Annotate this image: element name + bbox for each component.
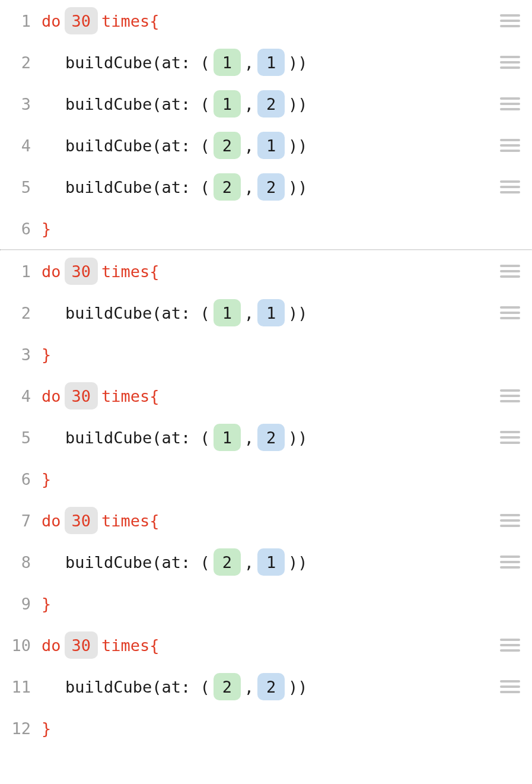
loop-count-pill[interactable]: 30 [65,507,98,534]
call-prefix: buildCube(at: ( [65,178,210,196]
line-number: 1 [0,12,42,30]
drag-handle-icon[interactable] [500,14,520,27]
drag-handle-icon[interactable] [500,97,520,110]
keyword-do: do [42,12,61,30]
code-line[interactable]: 5 buildCube(at: ( 2 , 2 )) [0,166,532,208]
code-line[interactable]: 2 buildCube(at: ( 1 , 1 )) [0,292,532,334]
code-content: buildCube(at: ( 1 , 2 )) [42,424,532,451]
drag-handle-icon[interactable] [500,180,520,193]
coord-x-pill[interactable]: 1 [214,90,241,118]
keyword-do: do [42,262,61,281]
coord-x-pill[interactable]: 2 [214,173,241,201]
drag-handle-icon[interactable] [500,639,520,652]
keyword-times: times{ [101,12,160,30]
line-number: 4 [0,137,42,155]
coord-y-pill[interactable]: 2 [257,90,285,118]
code-line[interactable]: 1 do 30 times{ [0,0,532,42]
line-number: 6 [0,470,42,488]
drag-handle-icon[interactable] [500,556,520,569]
code-content: do 30 times{ [42,631,532,659]
keyword-times: times{ [101,636,160,655]
loop-count-pill[interactable]: 30 [65,382,98,410]
call-suffix: )) [288,95,308,113]
coord-y-pill[interactable]: 1 [257,49,285,76]
code-line[interactable]: 9 } [0,583,532,624]
drag-handle-icon[interactable] [500,139,520,152]
drag-handle-icon[interactable] [500,431,520,444]
keyword-do: do [42,387,61,405]
code-line[interactable]: 3 buildCube(at: ( 1 , 2 )) [0,83,532,125]
keyword-close-brace: } [42,220,51,238]
code-panel-bottom: 1 do 30 times{ 2 buildCube(at: ( 1 , 1 )… [0,250,532,749]
drag-handle-icon[interactable] [500,56,520,69]
coord-y-pill[interactable]: 2 [257,673,285,700]
call-suffix: )) [288,178,308,196]
coord-y-pill[interactable]: 1 [257,132,285,159]
code-line[interactable]: 5 buildCube(at: ( 1 , 2 )) [0,417,532,458]
line-number: 2 [0,304,42,322]
line-number: 8 [0,553,42,572]
comma: , [244,428,254,447]
keyword-do: do [42,512,61,530]
coord-x-pill[interactable]: 1 [214,299,241,326]
code-line[interactable]: 10 do 30 times{ [0,624,532,666]
coord-x-pill[interactable]: 2 [214,548,241,576]
code-content: do 30 times{ [42,7,532,34]
line-number: 10 [0,636,42,655]
code-line[interactable]: 8 buildCube(at: ( 2 , 1 )) [0,541,532,583]
line-number: 3 [0,95,42,113]
coord-x-pill[interactable]: 2 [214,673,241,700]
coord-x-pill[interactable]: 2 [214,132,241,159]
code-line[interactable]: 7 do 30 times{ [0,500,532,541]
line-number: 1 [0,262,42,281]
call-prefix: buildCube(at: ( [65,428,210,447]
loop-count-pill[interactable]: 30 [65,258,98,285]
loop-count-pill[interactable]: 30 [65,631,98,659]
code-line[interactable]: 1 do 30 times{ [0,250,532,292]
coord-y-pill[interactable]: 1 [257,299,285,326]
drag-handle-icon[interactable] [500,265,520,278]
keyword-close-brace: } [42,470,51,488]
coord-x-pill[interactable]: 1 [214,49,241,76]
coord-y-pill[interactable]: 1 [257,548,285,576]
code-content: buildCube(at: ( 2 , 2 )) [42,673,532,700]
code-line[interactable]: 6 } [0,208,532,249]
code-line[interactable]: 6 } [0,458,532,500]
comma: , [244,53,254,72]
coord-x-pill[interactable]: 1 [214,424,241,451]
drag-handle-icon[interactable] [500,514,520,527]
coord-y-pill[interactable]: 2 [257,424,285,451]
comma: , [244,553,254,572]
call-prefix: buildCube(at: ( [65,304,210,322]
call-prefix: buildCube(at: ( [65,53,210,72]
comma: , [244,95,254,113]
code-line[interactable]: 4 do 30 times{ [0,375,532,417]
code-content: } [42,719,532,738]
line-number: 6 [0,220,42,238]
line-number: 11 [0,678,42,696]
coord-y-pill[interactable]: 2 [257,173,285,201]
code-content: buildCube(at: ( 2 , 2 )) [42,173,532,201]
line-number: 4 [0,387,42,405]
code-content: buildCube(at: ( 1 , 1 )) [42,299,532,326]
keyword-close-brace: } [42,595,51,613]
code-line[interactable]: 2 buildCube(at: ( 1 , 1 )) [0,42,532,83]
code-line[interactable]: 12 } [0,707,532,749]
code-line[interactable]: 4 buildCube(at: ( 2 , 1 )) [0,125,532,166]
code-line[interactable]: 11 buildCube(at: ( 2 , 2 )) [0,666,532,707]
code-line[interactable]: 3 } [0,334,532,375]
line-number: 5 [0,178,42,196]
code-content: buildCube(at: ( 2 , 1 )) [42,132,532,159]
drag-handle-icon[interactable] [500,680,520,693]
call-suffix: )) [288,553,308,572]
comma: , [244,304,254,322]
code-content: do 30 times{ [42,507,532,534]
code-content: } [42,470,532,488]
drag-handle-icon[interactable] [500,306,520,319]
loop-count-pill[interactable]: 30 [65,7,98,34]
call-prefix: buildCube(at: ( [65,137,210,155]
call-suffix: )) [288,428,308,447]
drag-handle-icon[interactable] [500,389,520,402]
code-content: } [42,220,532,238]
call-prefix: buildCube(at: ( [65,553,210,572]
